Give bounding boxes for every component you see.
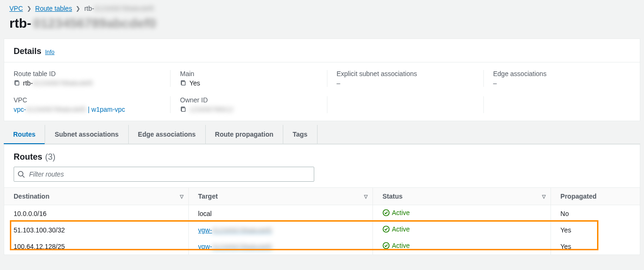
- info-link[interactable]: Info: [45, 49, 54, 55]
- table-row: 10.0.0.0/16 local Active No: [4, 205, 640, 222]
- svg-point-3: [18, 171, 23, 176]
- search-icon: [17, 170, 25, 178]
- value-explicit-subnet: –: [337, 79, 341, 87]
- label-main: Main: [180, 70, 317, 77]
- cell-status: Active: [373, 222, 551, 238]
- svg-rect-1: [182, 82, 186, 85]
- details-panel: Details Info Route table ID rtb-01234567…: [4, 39, 640, 121]
- label-explicit-subnet: Explicit subnet associations: [337, 70, 474, 77]
- cell-propagated: Yes: [551, 238, 640, 255]
- check-circle-icon: [382, 225, 390, 233]
- breadcrumb: VPC ❯ Route tables ❯ rtb-0123456789abcde…: [0, 0, 644, 14]
- value-route-table-id: rtb-0123456789abcdef0: [23, 79, 93, 87]
- tab-tags[interactable]: Tags: [283, 125, 318, 144]
- col-propagated[interactable]: Propagated: [551, 188, 640, 205]
- field-route-table-id: Route table ID rtb-0123456789abcdef0: [14, 70, 161, 87]
- breadcrumb-current: rtb-0123456789abcdef0: [84, 5, 154, 12]
- table-row: 100.64.12.128/25 vgw-0123456789abcdef0 A…: [4, 238, 640, 255]
- target-link[interactable]: vgw-0123456789abcdef0: [198, 243, 272, 250]
- cell-target: local: [188, 205, 372, 222]
- routes-panel: Routes (3) Destination Target Status Pro…: [4, 144, 640, 255]
- label-vpc: VPC: [14, 96, 161, 104]
- cell-status: Active: [373, 238, 551, 255]
- field-owner-id: Owner ID 123456789012: [170, 96, 317, 113]
- svg-rect-0: [16, 82, 19, 85]
- label-edge-assoc: Edge associations: [493, 70, 630, 77]
- chevron-right-icon: ❯: [76, 5, 80, 12]
- col-target[interactable]: Target: [188, 188, 372, 205]
- cell-destination: 100.64.12.128/25: [4, 238, 188, 255]
- tab-route-propagation[interactable]: Route propagation: [206, 125, 283, 144]
- copy-icon[interactable]: [180, 80, 186, 86]
- routes-table: Destination Target Status Propagated 10.…: [4, 187, 640, 255]
- chevron-right-icon: ❯: [27, 5, 31, 12]
- cell-target: vgw-0123456789abcdef0: [188, 238, 372, 255]
- cell-destination: 51.103.100.30/32: [4, 222, 188, 238]
- routes-count: (3): [45, 152, 55, 162]
- cell-target: vgw-0123456789abcdef0: [188, 222, 372, 238]
- filter-routes-box: [14, 167, 314, 182]
- breadcrumb-route-tables[interactable]: Route tables: [35, 5, 72, 12]
- svg-rect-2: [182, 108, 186, 112]
- value-main: Yes: [189, 79, 200, 87]
- copy-icon[interactable]: [14, 80, 20, 86]
- details-heading: Details: [14, 46, 41, 56]
- cell-status: Active: [373, 205, 551, 222]
- tab-routes[interactable]: Routes: [4, 125, 45, 144]
- svg-line-4: [23, 176, 24, 177]
- cell-propagated: No: [551, 205, 640, 222]
- filter-routes-input[interactable]: [14, 167, 314, 182]
- vpc-link[interactable]: vpc-0123456789abcdef0 | w1pam-vpc: [14, 106, 125, 113]
- routes-heading: Routes: [14, 152, 42, 162]
- tabs-bar: Routes Subnet associations Edge associat…: [4, 125, 640, 144]
- check-circle-icon: [382, 242, 390, 249]
- cell-destination: 10.0.0.0/16: [4, 205, 188, 222]
- check-circle-icon: [382, 209, 390, 216]
- breadcrumb-vpc[interactable]: VPC: [9, 5, 23, 12]
- field-explicit-subnet: Explicit subnet associations –: [327, 70, 474, 87]
- page-title: rtb-0123456789abcdef0: [9, 16, 156, 31]
- copy-icon[interactable]: [180, 106, 186, 113]
- label-route-table-id: Route table ID: [14, 70, 161, 77]
- tab-edge-associations[interactable]: Edge associations: [129, 125, 206, 144]
- field-vpc: VPC vpc-0123456789abcdef0 | w1pam-vpc: [14, 96, 161, 113]
- table-row: 51.103.100.30/32 vgw-0123456789abcdef0 A…: [4, 222, 640, 238]
- col-status[interactable]: Status: [373, 188, 551, 205]
- value-edge-assoc: –: [493, 79, 497, 87]
- field-edge-assoc: Edge associations –: [483, 70, 630, 87]
- tab-subnet-associations[interactable]: Subnet associations: [45, 125, 128, 144]
- col-destination[interactable]: Destination: [4, 188, 188, 205]
- value-owner-id: 123456789012: [189, 106, 233, 113]
- field-main: Main Yes: [170, 70, 317, 87]
- label-owner-id: Owner ID: [180, 96, 317, 104]
- cell-propagated: Yes: [551, 222, 640, 238]
- target-link[interactable]: vgw-0123456789abcdef0: [198, 226, 272, 234]
